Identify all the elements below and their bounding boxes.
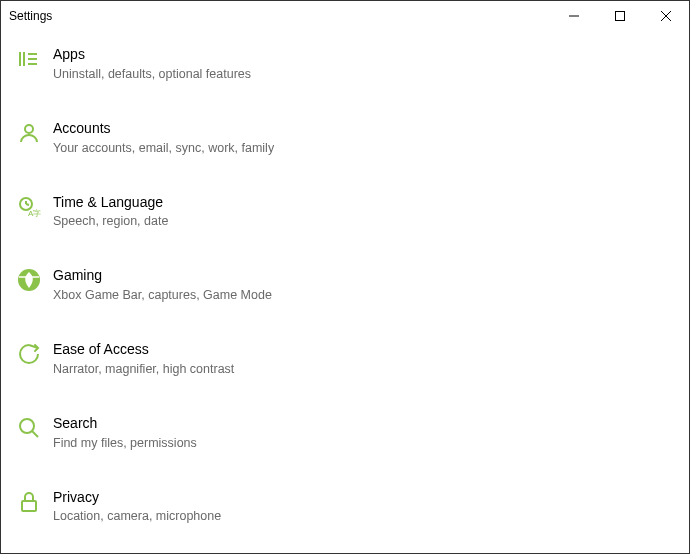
item-desc: Location, camera, microphone: [53, 508, 221, 525]
ease-of-access-icon: [15, 340, 43, 368]
maximize-icon: [615, 11, 625, 21]
close-button[interactable]: [643, 1, 689, 31]
item-desc: Your accounts, email, sync, work, family: [53, 140, 274, 157]
window-controls: [551, 1, 689, 31]
svg-rect-1: [616, 12, 625, 21]
svg-line-12: [26, 204, 29, 205]
item-desc: Uninstall, defaults, optional features: [53, 66, 251, 83]
apps-icon: [15, 45, 43, 73]
item-title: Search: [53, 414, 197, 433]
settings-item-privacy[interactable]: Privacy Location, camera, microphone: [1, 480, 689, 534]
item-desc: Find my files, permissions: [53, 435, 197, 452]
item-title: Ease of Access: [53, 340, 234, 359]
settings-item-search[interactable]: Search Find my files, permissions: [1, 406, 689, 460]
svg-rect-19: [22, 501, 36, 511]
item-title: Time & Language: [53, 193, 168, 212]
minimize-button[interactable]: [551, 1, 597, 31]
titlebar: Settings: [1, 1, 689, 31]
item-title: Privacy: [53, 488, 221, 507]
settings-item-gaming[interactable]: Gaming Xbox Game Bar, captures, Game Mod…: [1, 258, 689, 312]
item-title: Apps: [53, 45, 251, 64]
item-desc: Xbox Game Bar, captures, Game Mode: [53, 287, 272, 304]
item-title: Gaming: [53, 266, 272, 285]
svg-line-18: [32, 431, 38, 437]
privacy-icon: [15, 488, 43, 516]
item-desc: Speech, region, date: [53, 213, 168, 230]
settings-item-ease-of-access[interactable]: Ease of Access Narrator, magnifier, high…: [1, 332, 689, 386]
maximize-button[interactable]: [597, 1, 643, 31]
svg-text:A字: A字: [28, 209, 41, 218]
time-language-icon: A字: [15, 193, 43, 221]
minimize-icon: [569, 11, 579, 21]
settings-item-time-language[interactable]: A字 Time & Language Speech, region, date: [1, 185, 689, 239]
window-title: Settings: [9, 9, 551, 23]
settings-list: Apps Uninstall, defaults, optional featu…: [1, 31, 689, 554]
settings-item-apps[interactable]: Apps Uninstall, defaults, optional featu…: [1, 37, 689, 91]
item-title: Accounts: [53, 119, 274, 138]
settings-item-accounts[interactable]: Accounts Your accounts, email, sync, wor…: [1, 111, 689, 165]
item-desc: Narrator, magnifier, high contrast: [53, 361, 234, 378]
search-icon: [15, 414, 43, 442]
gaming-icon: [15, 266, 43, 294]
svg-point-9: [25, 125, 33, 133]
accounts-icon: [15, 119, 43, 147]
svg-point-17: [20, 419, 34, 433]
close-icon: [661, 11, 671, 21]
